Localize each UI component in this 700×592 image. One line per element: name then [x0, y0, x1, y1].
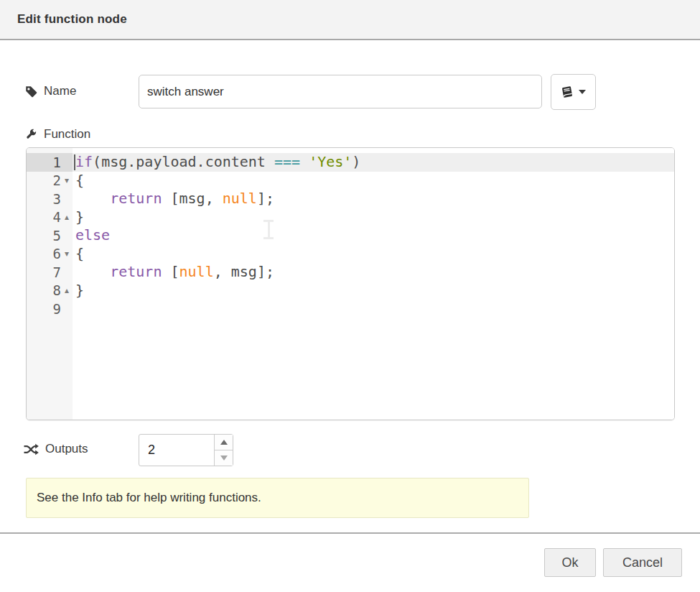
code-line-1[interactable]: if(msg.payload.content === 'Yes'): [73, 153, 674, 172]
line-number: 1: [27, 154, 61, 170]
line-number: 3: [27, 191, 61, 207]
token-constant: null: [223, 190, 257, 207]
function-label-text: Function: [44, 127, 90, 142]
token-text: , msg];: [214, 263, 274, 280]
gutter-line-4: 4▴: [27, 208, 73, 227]
outputs-input[interactable]: [139, 435, 214, 466]
token-text: [75, 263, 110, 280]
token-constant: null: [179, 263, 214, 280]
dialog-header: Edit function node: [0, 0, 700, 40]
outputs-label: Outputs: [24, 442, 88, 456]
footer-divider: [0, 532, 700, 534]
line-number: 8: [27, 282, 61, 298]
token-text: ];: [257, 190, 274, 207]
token-text: [: [162, 263, 179, 280]
library-button[interactable]: [551, 74, 596, 110]
token-keyword: else: [75, 226, 110, 244]
spinner-buttons: [214, 435, 233, 466]
shuffle-icon: [24, 443, 39, 455]
name-label-text: Name: [44, 84, 76, 98]
code-line-4[interactable]: }: [73, 208, 674, 227]
gutter-line-6: 6▾: [27, 245, 73, 264]
function-label: Function: [24, 127, 90, 142]
ibeam-cursor: [263, 220, 274, 239]
code-line-5[interactable]: else: [73, 226, 674, 245]
wrench-icon: [24, 128, 37, 141]
token-text: {: [75, 172, 84, 189]
outputs-spinner: [139, 434, 233, 466]
token-keyword: return: [110, 263, 162, 280]
triangle-up-icon: [220, 440, 228, 445]
token-text: [75, 190, 110, 207]
gutter-line-7: 7: [27, 263, 73, 282]
code-line-6[interactable]: {: [73, 245, 674, 264]
line-number: 4: [27, 209, 61, 225]
code-line-3[interactable]: return [msg, null];: [73, 190, 674, 208]
fold-close-icon[interactable]: ▴: [61, 212, 73, 222]
outputs-label-text: Outputs: [45, 442, 88, 456]
name-label: Name: [25, 84, 76, 98]
code-line-7[interactable]: return [null, msg];: [73, 263, 674, 282]
token-text: }: [75, 208, 84, 226]
line-number: 9: [27, 301, 61, 317]
code-line-8[interactable]: }: [73, 282, 674, 300]
name-input[interactable]: [139, 75, 542, 108]
token-text: [msg,: [162, 190, 222, 207]
line-number: 6: [27, 246, 61, 262]
gutter-line-8: 8▴: [27, 282, 73, 300]
code-line-9[interactable]: [73, 300, 674, 318]
code-line-2[interactable]: {: [73, 172, 674, 190]
token-text: {: [75, 245, 84, 262]
fold-open-icon[interactable]: ▾: [61, 175, 73, 185]
text-caret: [74, 154, 75, 170]
info-box: See the Info tab for help writing functi…: [26, 478, 529, 518]
triangle-down-icon: [220, 455, 228, 461]
token-text: (msg.payload.content: [93, 153, 274, 170]
token-text: [300, 153, 309, 170]
function-code-editor[interactable]: 12▾34▴56▾78▴9 if(msg.payload.content ===…: [26, 147, 675, 420]
page-title: Edit function node: [17, 12, 127, 27]
spinner-down-button[interactable]: [215, 450, 233, 466]
gutter-line-2: 2▾: [27, 172, 73, 190]
line-number: 7: [27, 264, 61, 280]
editor-gutter: 12▾34▴56▾78▴9: [27, 148, 73, 420]
gutter-line-9: 9: [27, 300, 73, 318]
editor-code-area[interactable]: if(msg.payload.content === 'Yes'){ retur…: [73, 148, 674, 420]
info-text: See the Info tab for help writing functi…: [37, 491, 261, 505]
token-keyword: if: [75, 153, 93, 170]
line-number: 5: [27, 228, 61, 244]
book-icon: [561, 85, 574, 98]
fold-open-icon[interactable]: ▾: [61, 249, 73, 259]
tag-icon: [25, 85, 37, 98]
line-number: 2: [27, 172, 61, 188]
gutter-line-5: 5: [27, 226, 73, 245]
token-string: 'Yes': [309, 153, 352, 170]
token-text: }: [75, 282, 84, 299]
spinner-up-button[interactable]: [215, 435, 233, 450]
ok-button[interactable]: Ok: [544, 548, 596, 577]
fold-close-icon[interactable]: ▴: [61, 285, 73, 295]
gutter-line-1: 1: [27, 153, 73, 172]
token-text: ): [352, 153, 360, 170]
chevron-down-icon: [579, 90, 586, 94]
gutter-line-3: 3: [27, 190, 73, 208]
token-operator: ===: [274, 153, 300, 170]
cancel-button[interactable]: Cancel: [603, 548, 682, 577]
edit-function-node-dialog: Edit function node Name: [0, 0, 700, 592]
token-keyword: return: [110, 190, 162, 207]
